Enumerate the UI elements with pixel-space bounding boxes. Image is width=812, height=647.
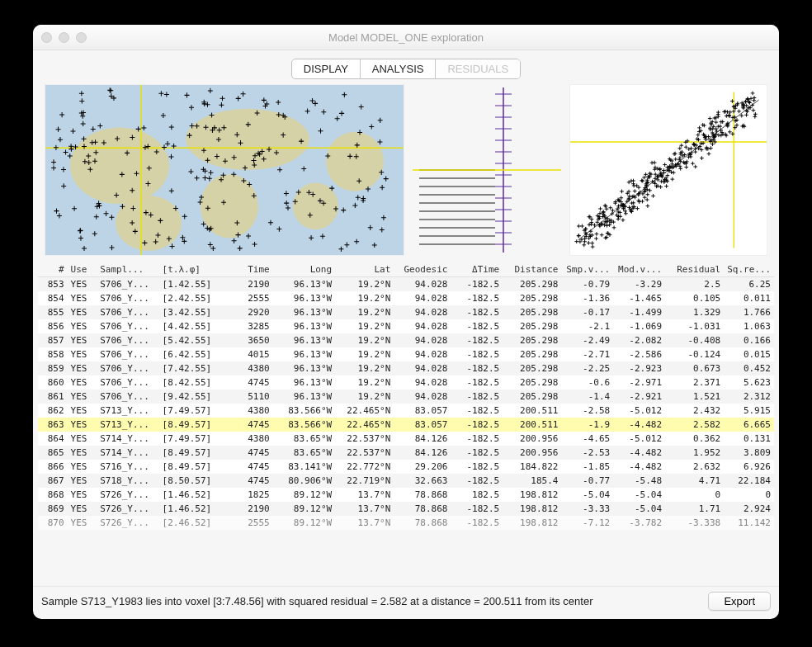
plots-row (33, 84, 779, 262)
table-row[interactable]: 863YESS713_Y...[8.49.57]474583.566°W22.4… (38, 418, 774, 432)
column-header[interactable]: Smp.v... (561, 262, 613, 277)
window-title: Model MODEL_ONE exploration (328, 31, 484, 44)
data-table-wrap: #UseSampl...[t.λ.φ]TimeLongLatGeodesicΔT… (33, 262, 779, 586)
segmented-tabs: DISPLAY ANALYSIS RESIDUALS (291, 59, 521, 79)
table-row[interactable]: 855YESS706_Y...[3.42.55]292096.13°W19.2°… (38, 305, 774, 319)
table-row[interactable]: 860YESS706_Y...[8.42.55]474596.13°W19.2°… (38, 375, 774, 390)
data-table[interactable]: #UseSampl...[t.λ.φ]TimeLongLatGeodesicΔT… (38, 262, 774, 530)
column-header[interactable]: ΔTime (451, 262, 503, 277)
titlebar: Model MODEL_ONE exploration (33, 25, 779, 50)
svg-point-5 (326, 132, 384, 191)
table-row[interactable]: 858YESS706_Y...[6.42.55]401596.13°W19.2°… (38, 347, 774, 361)
close-icon[interactable] (41, 32, 52, 43)
table-row[interactable]: 861YESS706_Y...[9.42.55]511096.13°W19.2°… (38, 390, 774, 404)
table-row[interactable]: 864YESS714_Y...[7.49.57]438083.65°W22.53… (38, 432, 774, 446)
table-row[interactable]: 853YESS706_Y...[1.42.55]219096.13°W19.2°… (38, 277, 774, 292)
zoom-icon[interactable] (76, 32, 87, 43)
table-row[interactable]: 857YESS706_Y...[5.42.55]365096.13°W19.2°… (38, 333, 774, 347)
column-header[interactable]: Use (68, 262, 97, 277)
tab-residuals[interactable]: RESIDUALS (436, 59, 520, 78)
status-bar: Sample S713_Y1983 lies into voxel [3:7.4… (33, 586, 779, 619)
table-row[interactable]: 867YESS718_Y...[8.50.57]474580.906°W22.7… (38, 474, 774, 488)
tab-display[interactable]: DISPLAY (292, 59, 361, 78)
svg-point-2 (186, 109, 309, 170)
column-header[interactable]: # (38, 262, 68, 277)
traffic-lights (41, 32, 87, 43)
table-row[interactable]: 866YESS716_Y...[8.49.57]474583.141°W22.7… (38, 460, 774, 474)
world-map-plot[interactable] (45, 84, 404, 256)
column-header[interactable]: Geodesic (394, 262, 451, 277)
svg-point-6 (116, 196, 182, 251)
export-button[interactable]: Export (708, 592, 771, 611)
residual-strip-plot[interactable] (413, 84, 561, 256)
column-header[interactable]: Long (273, 262, 335, 277)
column-header[interactable]: Time (224, 262, 273, 277)
app-window: Model MODEL_ONE exploration DISPLAY ANAL… (33, 25, 779, 619)
table-row[interactable]: 868YESS726_Y...[1.46.52]182589.12°W13.7°… (38, 488, 774, 502)
column-header[interactable]: Mod.v... (613, 262, 665, 277)
table-row[interactable]: 870YESS726_Y...[2.46.52]255589.12°W13.7°… (38, 516, 774, 530)
column-header[interactable]: Sampl... (97, 262, 158, 277)
tab-bar: DISPLAY ANALYSIS RESIDUALS (33, 50, 779, 84)
table-row[interactable]: 856YESS706_Y...[4.42.55]328596.13°W19.2°… (38, 319, 774, 333)
tab-analysis[interactable]: ANALYSIS (361, 59, 437, 78)
table-row[interactable]: 854YESS706_Y...[2.42.55]255596.13°W19.2°… (38, 291, 774, 305)
minimize-icon[interactable] (59, 32, 69, 43)
scatter-plot[interactable] (569, 84, 767, 256)
column-header[interactable]: Lat (335, 262, 394, 277)
table-row[interactable]: 869YESS726_Y...[1.46.52]219089.12°W13.7°… (38, 502, 774, 516)
table-row[interactable]: 865YESS714_Y...[8.49.57]474583.65°W22.53… (38, 446, 774, 460)
column-header[interactable]: Distance (503, 262, 561, 277)
table-row[interactable]: 859YESS706_Y...[7.42.55]438096.13°W19.2°… (38, 361, 774, 375)
column-header[interactable]: [t.λ.φ] (159, 262, 225, 277)
table-row[interactable]: 862YESS713_Y...[7.49.57]438083.566°W22.4… (38, 404, 774, 418)
column-header[interactable]: Residual (665, 262, 724, 277)
status-text: Sample S713_Y1983 lies into voxel [3:7.4… (41, 595, 700, 607)
column-header[interactable]: Sq.re... (724, 262, 774, 277)
